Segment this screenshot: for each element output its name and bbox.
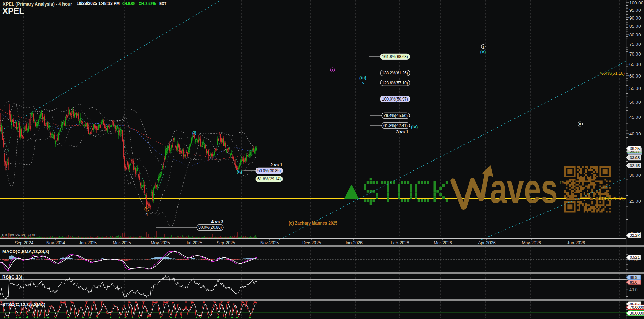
svg-text:aves: aves bbox=[490, 165, 558, 212]
svg-text:95.00: 95.00 bbox=[629, 8, 641, 13]
svg-text:Nov-2025: Nov-2025 bbox=[260, 240, 279, 245]
svg-text:Nov-2024: Nov-2024 bbox=[46, 240, 65, 245]
svg-text:138.2%(61.26): 138.2%(61.26) bbox=[382, 71, 408, 75]
svg-text:Mar-2026: Mar-2026 bbox=[434, 240, 452, 245]
svg-text:3 vs 1: 3 vs 1 bbox=[396, 129, 409, 134]
svg-text:CH:0.89: CH:0.89 bbox=[122, 1, 135, 6]
svg-text:Sep-2024: Sep-2024 bbox=[15, 240, 33, 245]
svg-text:Jul-2025: Jul-2025 bbox=[186, 240, 202, 245]
svg-text:123.6%(57.10): 123.6%(57.10) bbox=[382, 81, 408, 85]
svg-text:(ii): (ii) bbox=[237, 169, 242, 174]
svg-text:0.521: 0.521 bbox=[630, 255, 640, 259]
svg-text:Mar-2025: Mar-2025 bbox=[113, 240, 131, 245]
svg-text:100.00: 100.00 bbox=[629, 0, 643, 5]
svg-text:Jan-2026: Jan-2026 bbox=[345, 240, 363, 245]
svg-text:32.2K: 32.2K bbox=[630, 233, 640, 237]
svg-text:(iii): (iii) bbox=[359, 75, 366, 80]
svg-text:161.8%(68.63): 161.8%(68.63) bbox=[382, 54, 408, 59]
svg-text:50.0%(20.86): 50.0%(20.86) bbox=[198, 225, 222, 230]
svg-text:Jan-2025: Jan-2025 bbox=[79, 240, 97, 245]
svg-text:60.00: 60.00 bbox=[629, 73, 641, 79]
svg-text:Dec-2025: Dec-2025 bbox=[302, 240, 321, 245]
svg-text:C: C bbox=[146, 208, 148, 211]
svg-text:May-2025: May-2025 bbox=[151, 240, 170, 245]
svg-text:50.00: 50.00 bbox=[629, 99, 641, 105]
svg-text:Apr-2026: Apr-2026 bbox=[478, 240, 495, 245]
svg-text:Feb-2026: Feb-2026 bbox=[391, 240, 409, 245]
svg-text:II: II bbox=[579, 122, 581, 126]
svg-text:75.00: 75.00 bbox=[629, 42, 641, 47]
svg-text:(iv): (iv) bbox=[411, 124, 418, 129]
svg-text:25.00: 25.00 bbox=[629, 199, 641, 204]
svg-text:CH:2.52%: CH:2.52% bbox=[139, 1, 156, 6]
svg-text:TM: TM bbox=[560, 181, 564, 185]
svg-text:80.00: 80.00 bbox=[629, 32, 641, 37]
svg-text:Jun-2026: Jun-2026 bbox=[567, 240, 585, 245]
svg-text:33.98: 33.98 bbox=[630, 156, 640, 160]
svg-text:70.00: 70.00 bbox=[629, 51, 641, 57]
svg-text:I: I bbox=[483, 45, 484, 48]
svg-text:70.0000: 70.0000 bbox=[630, 305, 644, 309]
svg-text:36.25: 36.25 bbox=[630, 146, 640, 151]
svg-text:90.00: 90.00 bbox=[629, 15, 641, 21]
svg-text:May-2026: May-2026 bbox=[522, 240, 541, 245]
svg-text:I: I bbox=[332, 68, 333, 72]
svg-text:85.00: 85.00 bbox=[629, 24, 641, 29]
svg-text:30.00: 30.00 bbox=[629, 173, 641, 178]
svg-text:c: c bbox=[362, 80, 365, 84]
svg-text:50.0%(30.85): 50.0%(30.85) bbox=[257, 168, 281, 173]
svg-text:(v): (v) bbox=[480, 49, 486, 54]
svg-text:MACD(C,EMA,13,34,8): MACD(C,EMA,13,34,8) bbox=[2, 249, 49, 254]
svg-text:(i): (i) bbox=[192, 130, 197, 135]
svg-text:61.8%(29.14): 61.8%(29.14) bbox=[257, 177, 281, 181]
svg-text:RSI(C,13): RSI(C,13) bbox=[2, 274, 22, 280]
svg-text:55.00: 55.00 bbox=[629, 86, 641, 91]
svg-text:45.00: 45.00 bbox=[629, 115, 641, 120]
svg-text:40.0: 40.0 bbox=[629, 287, 637, 292]
svg-text:(c) Zachary Mannes 2025: (c) Zachary Mannes 2025 bbox=[289, 220, 337, 226]
svg-text:63.0: 63.0 bbox=[630, 280, 637, 284]
svg-text:4 vs 3: 4 vs 3 bbox=[211, 219, 223, 224]
svg-text:76.4%(45.50): 76.4%(45.50) bbox=[383, 113, 408, 118]
svg-text:65.00: 65.00 bbox=[629, 62, 641, 67]
svg-text:motivewave.com: motivewave.com bbox=[2, 232, 37, 237]
svg-text:61.8%(42.41): 61.8%(42.41) bbox=[383, 123, 408, 128]
svg-text:76.4%(61.16): 76.4%(61.16) bbox=[599, 71, 625, 76]
svg-text:STSC(C,12,3,5,SMA): STSC(C,12,3,5,SMA) bbox=[2, 302, 45, 307]
svg-text:40.00: 40.00 bbox=[629, 131, 641, 137]
svg-text:30.0000: 30.0000 bbox=[630, 311, 644, 315]
svg-text:EXT: EXT bbox=[159, 1, 167, 6]
svg-text:2 vs 1: 2 vs 1 bbox=[270, 162, 283, 167]
svg-text:32.15: 32.15 bbox=[630, 164, 640, 168]
svg-text:88.9: 88.9 bbox=[630, 275, 637, 280]
svg-text:61.8%(25.51): 61.8%(25.51) bbox=[599, 196, 625, 201]
svg-text:4: 4 bbox=[146, 212, 148, 216]
svg-text:XPEL: XPEL bbox=[2, 6, 24, 16]
svg-text:10/23/2025 1:48:13 PM: 10/23/2025 1:48:13 PM bbox=[77, 1, 120, 6]
svg-text:100.0%(50.97): 100.0%(50.97) bbox=[382, 97, 408, 102]
svg-text:Sep-2025: Sep-2025 bbox=[217, 240, 235, 245]
